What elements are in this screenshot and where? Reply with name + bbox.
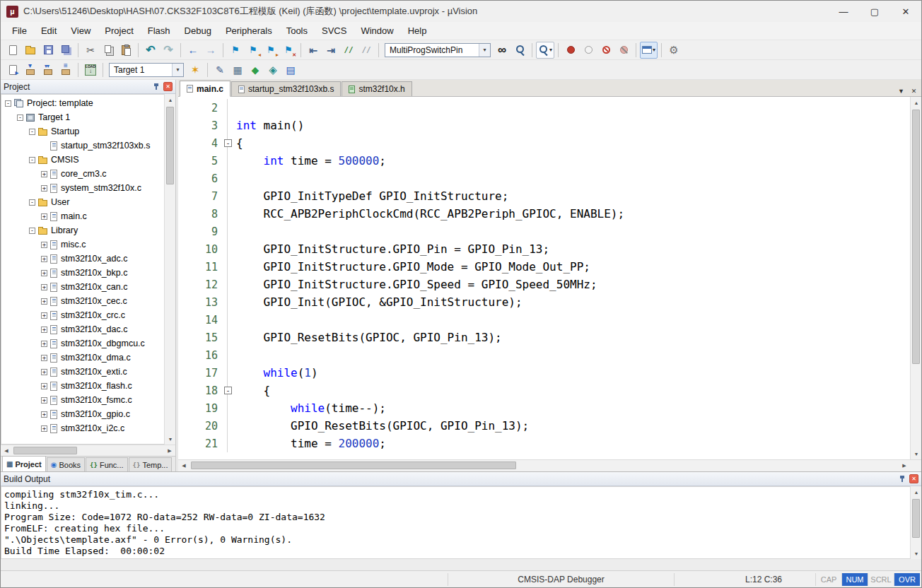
- pack-installer-button[interactable]: [264, 61, 281, 78]
- panel-tab-books[interactable]: Books: [47, 457, 85, 471]
- build-button[interactable]: [22, 61, 39, 78]
- tree-item[interactable]: +misc.c: [1, 237, 164, 252]
- breakpoint-disable-all-button[interactable]: [597, 42, 614, 59]
- code-line[interactable]: 7 GPIO_InitTypeDef GPIO_InitStructure;: [178, 187, 910, 205]
- build-output-close-icon[interactable]: ✕: [909, 474, 918, 483]
- tree-item[interactable]: +stm32f10x_fsmc.c: [1, 393, 164, 407]
- collapse-icon[interactable]: -: [29, 129, 35, 135]
- expand-icon[interactable]: +: [41, 425, 47, 432]
- code-line[interactable]: 2: [178, 99, 910, 117]
- expand-icon[interactable]: +: [41, 185, 47, 192]
- uncomment-button[interactable]: [358, 42, 375, 59]
- menu-item-debug[interactable]: Debug: [177, 23, 218, 38]
- scroll-down-icon[interactable]: ▼: [165, 433, 176, 445]
- fold-collapse-icon[interactable]: -: [224, 139, 232, 147]
- expand-icon[interactable]: +: [41, 397, 47, 404]
- bookmark-clear-button[interactable]: [280, 42, 297, 59]
- tree-item[interactable]: +stm32f10x_i2c.c: [1, 421, 164, 435]
- code-line[interactable]: 16: [178, 346, 910, 364]
- save-button[interactable]: [40, 42, 57, 59]
- scroll-down-icon[interactable]: ▼: [911, 548, 922, 559]
- panel-tab-templates[interactable]: Temp...: [129, 457, 173, 471]
- outdent-button[interactable]: [305, 42, 322, 59]
- debug-windows-button[interactable]: ▾: [640, 42, 658, 59]
- code-line[interactable]: 9: [178, 223, 910, 240]
- code-line[interactable]: 17 while(1): [178, 364, 910, 382]
- code-line[interactable]: 13 GPIO_Init(GPIOC, &GPIO_InitStructure)…: [178, 293, 910, 311]
- navigate-forward-button[interactable]: [202, 42, 219, 59]
- build-output-vscrollbar[interactable]: ▲ ▼: [910, 486, 921, 559]
- tree-item[interactable]: -Project: template: [1, 96, 164, 110]
- tree-item[interactable]: +stm32f10x_adc.c: [1, 252, 164, 266]
- breakpoint-toggle-button[interactable]: [562, 42, 579, 59]
- combo-dropdown-button[interactable]: ▾: [172, 64, 183, 76]
- tree-item[interactable]: +stm32f10x_bkp.c: [1, 266, 164, 280]
- tree-item[interactable]: +stm32f10x_dac.c: [1, 322, 164, 336]
- code-line[interactable]: 21 time = 200000;: [178, 435, 910, 452]
- fold-collapse-icon[interactable]: -: [224, 387, 232, 394]
- tree-item[interactable]: -Library: [1, 223, 164, 237]
- tree-item[interactable]: +stm32f10x_exti.c: [1, 365, 164, 379]
- expand-icon[interactable]: +: [41, 369, 47, 375]
- search-dropdown-button[interactable]: ▾: [536, 42, 554, 59]
- expand-icon[interactable]: +: [41, 411, 47, 418]
- options-target-button[interactable]: [187, 61, 204, 78]
- open-file-button[interactable]: [22, 42, 39, 59]
- collapse-icon[interactable]: -: [29, 228, 35, 234]
- manage-project-items-button[interactable]: [229, 61, 246, 78]
- project-panel-close-icon[interactable]: ✕: [163, 82, 173, 91]
- cut-button[interactable]: [82, 42, 99, 59]
- menu-item-flash[interactable]: Flash: [141, 23, 177, 38]
- batch-build-button[interactable]: [57, 61, 74, 78]
- translate-button[interactable]: [4, 61, 21, 78]
- tree-item[interactable]: +stm32f10x_dbgmcu.c: [1, 336, 164, 351]
- collapse-icon[interactable]: -: [17, 114, 23, 121]
- project-tree-hscrollbar[interactable]: ◀ ▶: [1, 445, 175, 456]
- menu-item-peripherals[interactable]: Peripherals: [218, 23, 279, 38]
- tree-item[interactable]: +stm32f10x_flash.c: [1, 379, 164, 393]
- indent-button[interactable]: [322, 42, 339, 59]
- comment-button[interactable]: [340, 42, 357, 59]
- expand-icon[interactable]: +: [41, 327, 47, 333]
- tree-item[interactable]: +stm32f10x_crc.c: [1, 308, 164, 322]
- editor-tab-main.c[interactable]: main.c: [180, 81, 230, 97]
- scroll-left-icon[interactable]: ◀: [178, 460, 189, 471]
- tree-item[interactable]: -User: [1, 195, 164, 209]
- tab-close-icon[interactable]: ✕: [909, 86, 919, 96]
- menu-item-tools[interactable]: Tools: [279, 23, 315, 38]
- maximize-button[interactable]: ▢: [859, 1, 890, 22]
- save-all-button[interactable]: [57, 42, 74, 59]
- rebuild-button[interactable]: [40, 61, 57, 78]
- expand-icon[interactable]: +: [41, 242, 47, 248]
- tree-item[interactable]: -Target 1: [1, 110, 164, 124]
- file-extensions-button[interactable]: [211, 61, 228, 78]
- undo-button[interactable]: [142, 42, 159, 59]
- editor-hscrollbar[interactable]: ◀ ▶: [178, 460, 910, 471]
- tree-item[interactable]: +core_cm3.c: [1, 167, 164, 181]
- menu-item-edit[interactable]: Edit: [34, 23, 64, 38]
- expand-icon[interactable]: +: [41, 355, 47, 361]
- pin-icon[interactable]: [153, 83, 160, 90]
- expand-icon[interactable]: +: [41, 312, 47, 319]
- code-line[interactable]: 19 while(time--);: [178, 399, 910, 417]
- scrollbar-thumb[interactable]: [912, 110, 920, 364]
- scroll-left-icon[interactable]: ◀: [1, 445, 12, 457]
- scrollbar-thumb[interactable]: [191, 461, 516, 469]
- bookmark-next-button[interactable]: [262, 42, 279, 59]
- scroll-right-icon[interactable]: ▶: [164, 445, 175, 457]
- code-area[interactable]: 23int main()4-{5 int time = 500000;67 GP…: [178, 97, 910, 459]
- editor-tab-stm32f10x.h[interactable]: stm32f10x.h: [342, 81, 412, 96]
- scrollbar-thumb[interactable]: [166, 107, 174, 184]
- expand-icon[interactable]: +: [41, 256, 47, 262]
- expand-icon[interactable]: +: [41, 383, 47, 389]
- code-line[interactable]: 4-{: [178, 134, 910, 152]
- navigate-back-button[interactable]: [185, 42, 202, 59]
- menu-item-view[interactable]: View: [64, 23, 98, 38]
- code-line[interactable]: 12 GPIO_InitStructure.GPIO_Speed = GPIO_…: [178, 276, 910, 293]
- expand-icon[interactable]: +: [41, 171, 47, 177]
- tree-item[interactable]: +stm32f10x_can.c: [1, 280, 164, 294]
- find-in-files-button[interactable]: [494, 42, 510, 59]
- code-line[interactable]: 6: [178, 170, 910, 187]
- scroll-up-icon[interactable]: ▲: [165, 94, 176, 105]
- scrollbar-thumb[interactable]: [912, 499, 920, 538]
